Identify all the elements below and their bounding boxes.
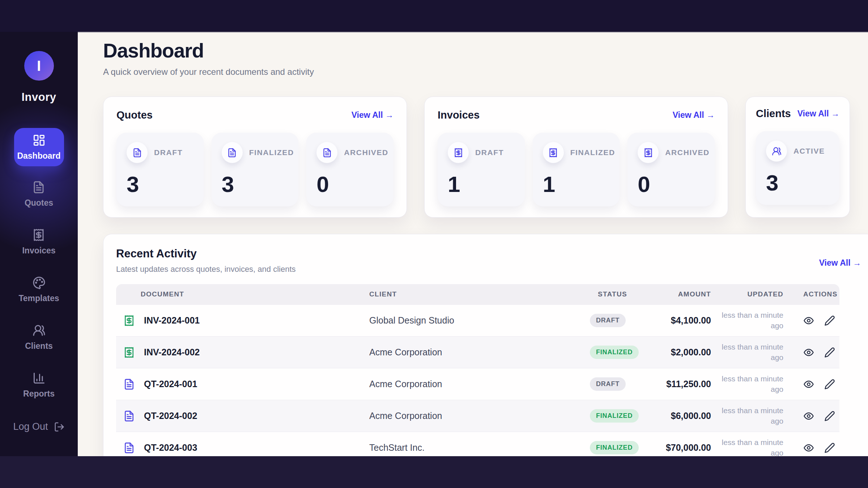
recent-activity-card: Recent Activity Latest updates across qu… <box>103 234 868 456</box>
view-icon[interactable] <box>803 315 814 326</box>
invoices-card: Invoices View All → DRAFT 1 <box>424 97 728 218</box>
document-id[interactable]: INV-2024-002 <box>144 347 200 358</box>
stat-value: 1 <box>543 171 610 197</box>
stat-icon-pill <box>127 142 148 163</box>
sidebar-item-clients[interactable]: Clients <box>25 319 53 351</box>
amount-value: $70,000.00 <box>659 442 720 453</box>
stat-value: 1 <box>448 171 515 197</box>
logout-button[interactable]: Log Out <box>0 421 78 432</box>
file-text-icon <box>32 181 45 194</box>
edit-icon[interactable] <box>824 315 835 326</box>
table-row: QT-2024-003 TechStart Inc. FINALIZED $70… <box>116 432 839 456</box>
users-icon <box>772 146 782 156</box>
edit-icon[interactable] <box>824 442 835 453</box>
palette-icon <box>33 276 46 289</box>
invoices-draft-tile: DRAFT 1 <box>438 133 525 206</box>
sidebar-item-templates[interactable]: Templates <box>18 271 59 303</box>
client-name: Acme Corporation <box>369 411 590 421</box>
app-name: Invory <box>21 91 56 104</box>
quotes-archived-tile: ARCHIVED 0 <box>306 133 393 206</box>
status-badge: DRAFT <box>590 377 626 391</box>
status-badge: FINALIZED <box>590 441 639 454</box>
clients-card: Clients View All → ACTIVE 3 <box>745 97 850 218</box>
receipt-icon <box>548 148 558 158</box>
edit-icon[interactable] <box>824 411 835 421</box>
client-name: Global Design Studio <box>369 315 590 326</box>
recent-activity-subtitle: Latest updates across quotes, invoices, … <box>116 265 862 274</box>
main-content: Dashboard A quick overview of your recen… <box>78 32 868 456</box>
sidebar-item-label: Reports <box>23 389 55 399</box>
logo-letter: I <box>37 58 41 74</box>
quotes-view-all-link[interactable]: View All → <box>352 110 393 120</box>
stat-label: FINALIZED <box>249 148 294 157</box>
sidebar-item-label: Dashboard <box>17 151 60 161</box>
sidebar-item-invoices[interactable]: Invoices <box>22 223 55 256</box>
column-header-client: CLIENT <box>369 290 590 298</box>
file-text-icon <box>123 410 135 422</box>
invoices-view-all-link[interactable]: View All → <box>673 110 715 120</box>
sidebar: I Invory Dashboard Quotes <box>0 32 78 456</box>
invoices-archived-tile: ARCHIVED 0 <box>627 133 715 206</box>
table-row: INV-2024-001 Global Design Studio DRAFT … <box>116 304 839 336</box>
receipt-icon <box>454 148 463 158</box>
recent-activity-table: DOCUMENT CLIENT STATUS AMOUNT UPDATED AC… <box>116 284 839 456</box>
stat-icon-pill <box>448 142 469 163</box>
receipt-icon <box>123 315 135 326</box>
clients-view-all-link[interactable]: View All → <box>797 109 839 119</box>
bottom-frame-strip <box>0 456 868 488</box>
view-icon[interactable] <box>803 379 814 390</box>
column-header-amount: AMOUNT <box>659 290 720 298</box>
recent-activity-title: Recent Activity <box>116 247 862 260</box>
edit-icon[interactable] <box>824 347 835 358</box>
file-text-icon <box>123 378 135 390</box>
column-header-updated: UPDATED <box>720 290 787 298</box>
sidebar-item-label: Clients <box>25 341 53 351</box>
stat-icon-pill <box>222 142 243 163</box>
receipt-icon <box>643 148 653 158</box>
sidebar-item-label: Quotes <box>25 198 53 208</box>
updated-time: less than a minute ago <box>720 342 787 363</box>
amount-value: $2,000.00 <box>659 347 720 358</box>
edit-icon[interactable] <box>824 379 835 390</box>
sidebar-item-label: Invoices <box>22 246 55 256</box>
recent-activity-view-all-link[interactable]: View All → <box>819 258 861 268</box>
table-row: QT-2024-002 Acme Corporation FINALIZED $… <box>116 400 839 432</box>
updated-time: less than a minute ago <box>720 406 787 426</box>
stat-label: FINALIZED <box>570 148 615 157</box>
sidebar-item-dashboard[interactable]: Dashboard <box>14 128 64 166</box>
updated-time: less than a minute ago <box>720 310 787 331</box>
stat-icon-pill <box>316 142 337 163</box>
clients-active-tile: ACTIVE 3 <box>756 131 839 205</box>
app-logo[interactable]: I <box>24 51 54 81</box>
document-id[interactable]: INV-2024-001 <box>144 315 200 326</box>
client-name: Acme Corporation <box>369 347 590 358</box>
stat-icon-pill <box>766 141 787 162</box>
document-id[interactable]: QT-2024-003 <box>144 442 197 453</box>
invoices-card-title: Invoices <box>438 109 480 121</box>
status-badge: FINALIZED <box>590 409 639 423</box>
stat-label: ACTIVE <box>793 147 825 155</box>
stat-value: 3 <box>766 170 829 196</box>
stat-label: DRAFT <box>475 148 504 157</box>
file-text-icon <box>227 148 237 158</box>
bar-chart-icon <box>33 372 46 385</box>
file-text-icon <box>123 442 135 454</box>
amount-value: $4,100.00 <box>659 315 720 326</box>
amount-value: $11,250.00 <box>659 379 720 389</box>
view-icon[interactable] <box>803 347 814 358</box>
quotes-card: Quotes View All → DRAFT 3 <box>103 97 407 218</box>
stat-icon-pill <box>543 142 564 163</box>
stat-value: 3 <box>222 171 289 197</box>
page-subtitle: A quick overview of your recent document… <box>103 67 314 77</box>
sidebar-item-quotes[interactable]: Quotes <box>25 176 53 208</box>
view-icon[interactable] <box>803 442 814 453</box>
view-icon[interactable] <box>803 411 814 421</box>
stat-icon-pill <box>638 142 659 163</box>
stat-label: ARCHIVED <box>344 148 388 157</box>
users-icon <box>33 324 46 337</box>
document-id[interactable]: QT-2024-001 <box>144 379 197 389</box>
document-id[interactable]: QT-2024-002 <box>144 411 197 421</box>
quotes-card-title: Quotes <box>116 109 153 121</box>
stat-value: 0 <box>638 171 705 197</box>
sidebar-item-reports[interactable]: Reports <box>23 367 55 399</box>
